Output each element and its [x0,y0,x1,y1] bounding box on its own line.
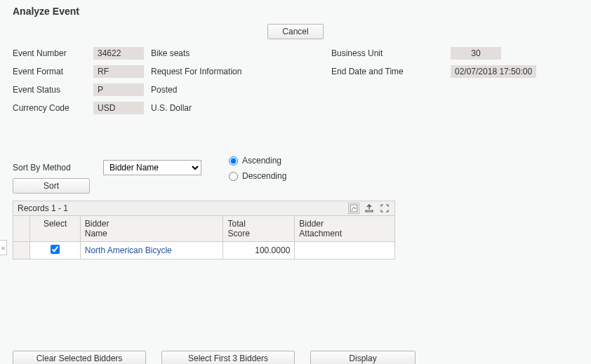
business-unit-value: 30 [451,47,501,60]
event-status-label: Event Status [13,85,93,95]
grid-settings-icon[interactable] [348,203,359,214]
ascending-radio[interactable] [229,156,238,166]
end-datetime-value: 02/07/2018 17:50:00 [451,65,536,78]
display-button[interactable]: Display [310,351,416,364]
field-currency-code: Currency Code USD U.S. Dollar [13,101,314,115]
currency-code-value: USD [93,102,144,114]
export-icon[interactable] [364,203,375,214]
col-header-select: Select [30,216,80,242]
event-format-label: Event Format [13,67,93,76]
bidders-table: Select Bidder Name Total Score Bidder At… [13,215,395,259]
records-summary: Records 1 - 1 [18,203,68,213]
end-datetime-label: End Date and Time [331,67,451,76]
col-header-bidder-attachment: Bidder Attachment [295,216,395,242]
left-expand-handle[interactable]: « [0,240,7,255]
col-header-expand [13,216,30,242]
sort-by-select[interactable]: Bidder Name [103,160,201,175]
event-format-value: RF [93,65,144,78]
clear-selected-bidders-button[interactable]: Clear Selected Bidders [13,351,146,364]
descending-label: Descending [242,171,286,181]
event-status-text: Posted [151,85,177,95]
sort-button[interactable]: Sort [13,178,90,194]
event-number-text: Bike seats [151,48,190,58]
table-row: North American Bicycle 100.0000 [13,242,395,259]
col-header-total-score: Total Score [223,216,295,242]
page-title: Analyze Event [13,6,578,17]
field-business-unit: Business Unit 30 [331,46,563,60]
field-event-status: Event Status P Posted [13,83,314,97]
event-status-value: P [93,83,144,96]
expand-icon[interactable] [379,203,390,214]
event-number-label: Event Number [13,48,93,58]
descending-radio[interactable] [229,172,238,181]
row-select-checkbox[interactable] [51,245,60,254]
business-unit-label: Business Unit [331,48,451,58]
sort-by-label: Sort By Method [13,163,93,173]
col-header-bidder-name: Bidder Name [80,216,223,242]
ascending-label: Ascending [242,156,281,166]
bidder-name-link[interactable]: North American Bicycle [85,245,172,255]
field-event-number: Event Number 34622 Bike seats [13,46,314,60]
event-format-text: Request For Information [151,67,241,76]
select-first-3-bidders-button[interactable]: Select First 3 Bidders [161,351,295,364]
total-score-value: 100.0000 [255,245,290,255]
cancel-button[interactable]: Cancel [267,24,324,39]
currency-code-text: U.S. Dollar [151,103,192,113]
currency-code-label: Currency Code [13,103,93,113]
field-end-datetime: End Date and Time 02/07/2018 17:50:00 [331,65,563,79]
event-number-value: 34622 [93,47,144,60]
field-event-format: Event Format RF Request For Information [13,65,314,79]
svg-rect-0 [350,205,357,212]
